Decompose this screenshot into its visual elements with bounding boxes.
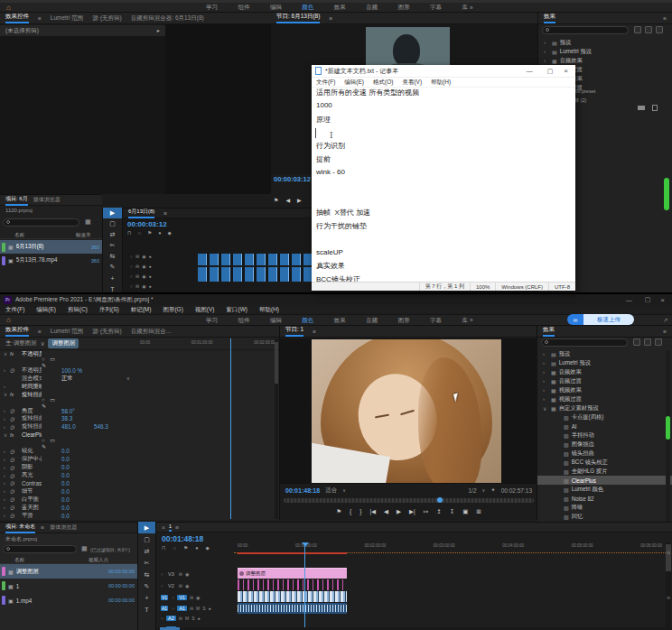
top-scrollbar-thumb[interactable] (664, 178, 669, 210)
workspace-tab[interactable]: 库 (462, 4, 469, 12)
home-icon[interactable]: ⌂ (6, 316, 11, 324)
tool-button[interactable]: ✎ (103, 262, 122, 273)
effect-row[interactable]: ›◷蓝天图0.0 (0, 504, 135, 512)
tool-button[interactable]: + (138, 592, 155, 604)
workspace-overflow-icon[interactable]: » (470, 317, 473, 323)
tab-effects[interactable]: 效果 (544, 13, 555, 23)
transport-button[interactable]: } (359, 508, 361, 514)
menu-item[interactable]: 剪辑(C) (68, 306, 88, 314)
fit-dropdown[interactable]: 适合 (325, 486, 337, 495)
effect-row[interactable]: ›时间重映射 (0, 383, 135, 391)
transport-button[interactable]: ▶| (409, 508, 415, 515)
workspace-tab[interactable]: 组件 (238, 317, 249, 325)
transport-button[interactable]: ⚑ (274, 197, 278, 206)
workspace-tab[interactable]: 音频 (366, 4, 378, 12)
video-track-header[interactable]: V3○V3⊟◉ (158, 568, 234, 579)
status-zoom[interactable]: 100% (470, 283, 495, 291)
timeline-tool-icon[interactable]: ⊓ (162, 545, 165, 551)
project-row[interactable]: ▣5月13日.78.mp4360 (0, 254, 102, 267)
window-titlebar[interactable]: Pr Adobe Premiere Pro 2021 - E:\网盘图\条件图.… (0, 294, 672, 305)
close-tab-icon[interactable]: × (162, 524, 165, 531)
menu-item[interactable]: 序列(S) (99, 306, 119, 314)
effects-tree-item[interactable]: ▧BCC 镜头校正 (537, 458, 672, 467)
effects-tree-item[interactable]: ›▦视频效果 (537, 385, 672, 394)
effect-row[interactable]: ○ ▭ ✎ (0, 439, 135, 447)
project-row[interactable]: ▩调整图层00:00:00:00 (0, 564, 137, 579)
notepad-menu-item[interactable]: 帮助(H) (431, 79, 451, 87)
effect-row[interactable]: ›◷高光0.0 (0, 471, 135, 479)
timeline-tool-icon[interactable]: ⚑ (147, 230, 152, 236)
effect-row[interactable]: ○ ▭ ✎ (0, 399, 135, 407)
transport-button[interactable]: ⊞ (476, 508, 481, 515)
workspace-tab[interactable]: 学习 (206, 4, 218, 12)
tab-source[interactable]: 源·(无剪辑) (92, 14, 122, 23)
yuv-effects-badge[interactable] (655, 338, 662, 346)
panel-menu-icon[interactable]: ≡ (41, 524, 44, 531)
notepad-content[interactable]: 适用所有的变速 所有类型的视频1000原理行为识别提前wink - 60抽帧 X… (312, 88, 575, 282)
effect-row[interactable]: ›◷锐化0.0 (0, 447, 135, 455)
tool-button[interactable]: ⇆ (138, 569, 155, 580)
timeline-tool-icon[interactable]: ⊓ (127, 230, 131, 236)
effect-row[interactable]: ›◷不透明度100.0 % (0, 366, 135, 375)
panel-menu-icon[interactable]: ≡ (38, 329, 42, 335)
restore-icon[interactable]: ▢ (645, 296, 651, 303)
program-scrubber[interactable] (284, 498, 534, 503)
timeline-tool-icon[interactable]: ⚑ (183, 545, 188, 551)
32bit-effects-badge[interactable] (644, 338, 651, 346)
tab-project[interactable]: 项目: 6月 (5, 195, 28, 206)
effects-tree-item[interactable]: ›▦视频过渡 (537, 394, 672, 403)
cut-segments-clip[interactable] (238, 579, 347, 590)
workspace-overflow-icon[interactable]: » (470, 5, 473, 11)
project-row[interactable]: ▣1.mp400:00:00:00 (0, 593, 137, 607)
effects-search-input[interactable] (542, 26, 629, 34)
tab-effect-controls[interactable]: 效果控件 (5, 326, 29, 337)
workspace-tab[interactable]: 库 (462, 317, 469, 325)
video-track-header[interactable]: V1○V1⊟◉ (158, 591, 234, 603)
tool-button[interactable]: ▢ (138, 533, 155, 545)
timeline-playhead[interactable] (304, 542, 305, 629)
trash-icon[interactable] (652, 105, 658, 111)
label-chip[interactable] (2, 256, 5, 265)
project-column-headers[interactable]: 名称 视频入点 (0, 555, 137, 564)
effects-tree-item[interactable]: ›▤Lumetri 预设 (537, 358, 672, 367)
tab-effect-controls[interactable]: 效果控件 (5, 13, 29, 23)
resolution-dropdown[interactable]: 1/2 (468, 487, 476, 494)
32bit-effects-badge[interactable] (645, 26, 652, 33)
bin-icon[interactable]: ▦ (85, 218, 91, 226)
audio-waveform-clip[interactable] (238, 603, 347, 614)
workspace-tab[interactable]: 字幕 (430, 4, 442, 12)
label-chip[interactable] (2, 596, 5, 605)
workspace-tab[interactable]: 图形 (398, 317, 410, 325)
effect-row[interactable]: ›◷细节0.0 (0, 487, 135, 496)
close-icon[interactable]: × (564, 67, 568, 75)
transport-button[interactable]: ◀ (285, 197, 290, 206)
tab-program[interactable]: 节目: 1 (285, 326, 303, 337)
upload-pill-button[interactable]: ∞ 极速上传 (567, 314, 634, 325)
effect-row[interactable]: ∨fxClearPlus (0, 431, 135, 439)
workspace-tab[interactable]: 图形 (398, 4, 410, 12)
effect-row[interactable]: ›◷保护中心0.0 (0, 455, 135, 463)
effect-row[interactable]: ○ ▭ ✎ (0, 358, 135, 366)
panel-menu-icon[interactable]: ≡ (163, 210, 167, 217)
timeline-tool-icon[interactable]: ∩ (173, 545, 176, 551)
panel-menu-icon[interactable]: ≡ (175, 524, 179, 531)
effects-tree-item[interactable]: ∨▦自定义素材预设 (537, 403, 672, 412)
transport-button[interactable]: ◀ (384, 508, 388, 515)
workspace-tab[interactable]: 学习 (206, 317, 218, 325)
menu-item[interactable]: 窗口(W) (227, 306, 247, 314)
tool-button[interactable]: ▶ (103, 208, 122, 218)
effects-tree-item[interactable]: ▧卡点提(四格) (537, 412, 672, 422)
menu-item[interactable]: 标记(M) (131, 306, 152, 314)
ec-playhead[interactable] (230, 338, 231, 519)
timeline-tool-icon[interactable]: ◆ (206, 545, 210, 551)
workspace-tab[interactable]: 效果 (334, 317, 346, 325)
effects-tree-item[interactable]: ›▤预设 (537, 349, 672, 358)
tool-button[interactable]: ⇆ (103, 251, 122, 262)
effects-tree-item[interactable]: ▧ClearPlus (537, 476, 672, 485)
effects-tree-item[interactable]: ›▦音频效果 (537, 367, 672, 376)
effect-row[interactable]: ›◷旋转扭曲半径38.3 (0, 415, 135, 423)
track-header[interactable]: ○⊟◉● (127, 251, 152, 261)
scroll-handle-icon[interactable]: ⊙ (667, 550, 670, 555)
project-row[interactable]: ▦100:00:00:00 (0, 579, 137, 593)
menu-item[interactable]: 编辑(E) (36, 306, 56, 314)
